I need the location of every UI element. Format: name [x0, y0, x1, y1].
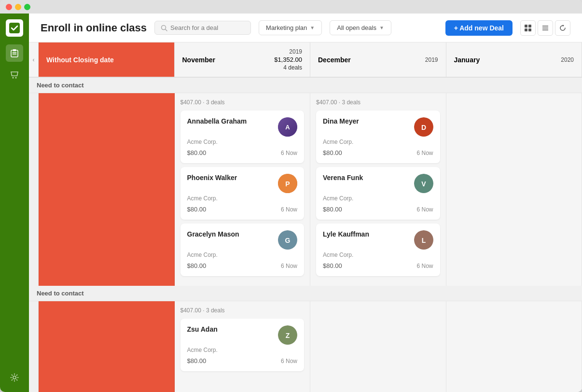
- search-input[interactable]: [170, 24, 243, 31]
- svg-line-8: [166, 29, 167, 31]
- sidebar-toggle[interactable]: ‹: [29, 42, 39, 77]
- pipeline-content: Need to contact $407.00 · 3 deals: [29, 78, 582, 392]
- marketing-plan-dropdown[interactable]: Marketing plan ▼: [259, 20, 322, 35]
- col-header-no-date: Without Closing date: [39, 42, 175, 77]
- kanban-col-jan-2: [446, 301, 582, 392]
- deal-card[interactable]: Phoenix Walker P Acme Corp. $80.00 6: [180, 167, 305, 220]
- avatar: V: [414, 174, 433, 193]
- avatar: G: [278, 230, 297, 250]
- grid-view-button[interactable]: [520, 20, 536, 36]
- kanban-col-dec-2: [310, 301, 446, 392]
- toggle-col: [29, 93, 39, 286]
- deal-card[interactable]: Gracelyn Mason G Acme Corp. $80.00 6: [180, 224, 305, 276]
- sidebar-item-shop[interactable]: [6, 66, 23, 83]
- deal-card[interactable]: Verena Funk V Acme Corp. $80.00 6 Now: [316, 167, 440, 220]
- list-view-button[interactable]: [538, 20, 553, 36]
- col-header-december: December 2019: [310, 42, 446, 77]
- svg-point-6: [13, 376, 16, 379]
- avatar: L: [414, 230, 433, 250]
- minimize-button[interactable]: [15, 4, 21, 10]
- sidebar-item-clipboard[interactable]: [6, 44, 23, 62]
- svg-text:P: P: [285, 180, 290, 188]
- stage-label-2: Need to contact: [29, 286, 582, 301]
- avatar: A: [278, 117, 297, 137]
- svg-point-5: [15, 77, 17, 79]
- pipeline: ‹ Without Closing date November 2019 $1,…: [29, 42, 582, 392]
- deal-card[interactable]: Annabella Graham A Acme Corp. $80.00: [180, 111, 305, 163]
- avatar: D: [414, 117, 433, 137]
- svg-rect-0: [9, 23, 20, 33]
- title-bar: [0, 0, 582, 14]
- kanban-col-red-1: [39, 93, 175, 286]
- col-summary: $407.00 · 3 deals: [180, 307, 305, 314]
- svg-rect-10: [528, 25, 531, 28]
- sidebar-logo: [6, 19, 23, 37]
- view-icons: [520, 20, 570, 36]
- svg-text:L: L: [421, 237, 426, 244]
- close-button[interactable]: [6, 4, 12, 10]
- kanban-row-1: $407.00 · 3 deals Annabella Graham A: [29, 93, 582, 286]
- maximize-button[interactable]: [24, 4, 30, 10]
- avatar: Z: [278, 325, 297, 345]
- svg-rect-11: [525, 28, 527, 31]
- svg-point-4: [13, 77, 14, 79]
- search-icon: [161, 25, 167, 31]
- col-summary: $407.00 · 3 deals: [180, 99, 305, 106]
- avatar: P: [278, 174, 297, 193]
- column-headers: ‹ Without Closing date November 2019 $1,…: [29, 42, 582, 78]
- deal-card[interactable]: Dina Meyer D Acme Corp. $80.00 6 Now: [316, 111, 440, 163]
- add-deal-button[interactable]: + Add new Deal: [445, 20, 513, 36]
- stage-label-1: Need to contact: [29, 78, 582, 93]
- sidebar: [0, 14, 29, 392]
- deals-filter-dropdown[interactable]: All open deals ▼: [330, 20, 391, 35]
- refresh-button[interactable]: [555, 20, 570, 36]
- deal-card[interactable]: Zsu Adan Z Acme Corp. $80.00 6 Now: [180, 319, 305, 371]
- search-box: [154, 21, 251, 35]
- kanban-col-nov-2: $407.00 · 3 deals Zsu Adan Z: [175, 301, 311, 392]
- kanban-col-red-2: [39, 301, 175, 392]
- kanban-row-2: $407.00 · 3 deals Zsu Adan Z: [29, 301, 582, 392]
- col-summary: $407.00 · 3 deals: [316, 99, 440, 106]
- kanban-col-dec-1: $407.00 · 3 deals Dina Meyer D: [310, 93, 446, 286]
- svg-rect-9: [525, 25, 527, 28]
- svg-text:G: G: [285, 237, 291, 244]
- deal-card[interactable]: Lyle Kauffman L Acme Corp. $80.00 6 N: [316, 224, 440, 276]
- svg-text:Z: Z: [286, 332, 290, 339]
- chevron-down-icon: ▼: [310, 25, 315, 30]
- page-title: Enroll in online class: [41, 22, 147, 34]
- toggle-col: [29, 301, 39, 392]
- main-content: Enroll in online class Marketing plan ▼ …: [29, 14, 582, 392]
- svg-text:D: D: [421, 124, 426, 131]
- sidebar-item-settings[interactable]: [6, 369, 23, 386]
- svg-rect-1: [11, 50, 18, 57]
- col-header-january: January 2020: [446, 42, 582, 77]
- kanban-col-jan-1: [446, 93, 582, 286]
- header: Enroll in online class Marketing plan ▼ …: [29, 14, 582, 42]
- kanban-col-nov-1: $407.00 · 3 deals Annabella Graham A: [175, 93, 311, 286]
- chevron-down-icon: ▼: [379, 25, 384, 30]
- svg-rect-12: [528, 28, 531, 31]
- svg-text:V: V: [421, 180, 426, 188]
- col-header-november: November 2019 $1,352.00 4 deals: [175, 42, 311, 77]
